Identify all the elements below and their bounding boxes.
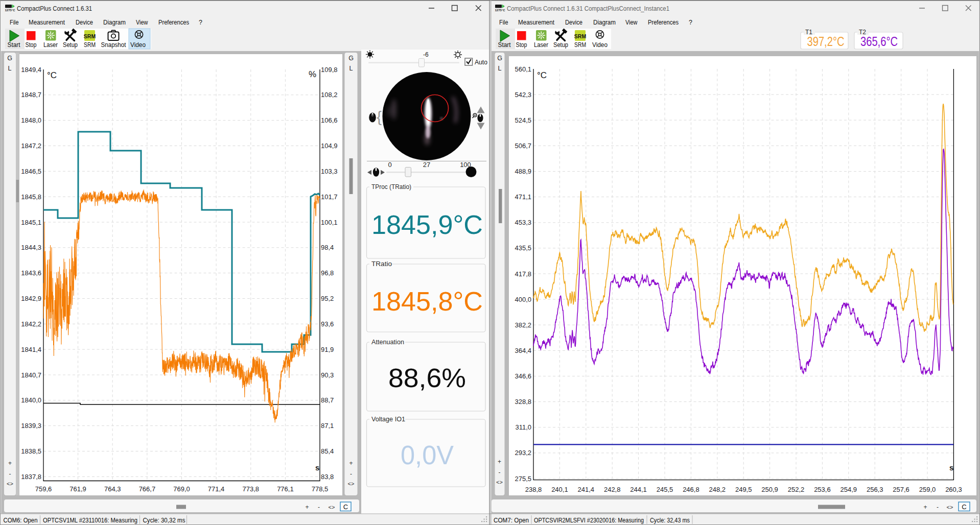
svg-text:778,5: 778,5 — [312, 485, 329, 493]
svg-text:s: s — [315, 463, 319, 472]
svg-text:0: 0 — [388, 161, 391, 169]
svg-text:SRM: SRM — [84, 41, 96, 49]
svg-text:254,9: 254,9 — [841, 486, 857, 493]
svg-text:87,1: 87,1 — [321, 422, 334, 429]
svg-text:Measurement: Measurement — [29, 19, 65, 26]
svg-text:91,9: 91,9 — [321, 346, 334, 353]
svg-text:471,1: 471,1 — [515, 193, 531, 201]
svg-text:1844,3: 1844,3 — [21, 244, 41, 251]
svg-text:COM7: Open: COM7: Open — [494, 516, 529, 524]
svg-text:TProc (TRatio): TProc (TRatio) — [371, 183, 411, 190]
svg-text:OPTCSVIR2MLSFVI #23020016: Mea: OPTCSVIR2MLSFVI #23020016: Measuring — [534, 516, 644, 524]
svg-text:{: { — [377, 108, 382, 125]
svg-text:View: View — [136, 19, 148, 26]
svg-text:417,8: 417,8 — [515, 270, 531, 278]
svg-text:1845,1: 1845,1 — [21, 219, 41, 226]
svg-text:Laser: Laser — [43, 41, 58, 49]
svg-text:759,6: 759,6 — [35, 485, 52, 493]
svg-text:1845,8: 1845,8 — [21, 193, 41, 201]
svg-text:Cycle: 30,32 ms: Cycle: 30,32 ms — [143, 516, 185, 524]
svg-text:766,7: 766,7 — [139, 485, 156, 493]
svg-text:Attenuation: Attenuation — [371, 339, 404, 346]
svg-text:488,9: 488,9 — [515, 168, 531, 175]
svg-text:Diagram: Diagram — [593, 19, 616, 26]
svg-text:1845,8°C: 1845,8°C — [371, 287, 483, 316]
svg-text:769,0: 769,0 — [173, 485, 190, 493]
svg-text:397,2°C: 397,2°C — [807, 34, 845, 49]
svg-text:°C: °C — [47, 70, 57, 80]
svg-text:+: + — [349, 460, 353, 467]
svg-text:C: C — [962, 503, 966, 511]
svg-text:1839,3: 1839,3 — [21, 422, 41, 429]
svg-text:Snapshot: Snapshot — [101, 41, 126, 49]
svg-text:Laser: Laser — [534, 41, 548, 49]
svg-text:108,2: 108,2 — [321, 91, 338, 99]
svg-text:<>: <> — [7, 481, 13, 487]
svg-text:1838,5: 1838,5 — [21, 447, 41, 455]
svg-text:27: 27 — [423, 161, 430, 169]
svg-text:1275°C: 1275°C — [5, 9, 16, 12]
svg-text:106,6: 106,6 — [321, 116, 338, 124]
svg-text:1848,0: 1848,0 — [21, 116, 41, 124]
svg-text:-: - — [9, 470, 11, 478]
svg-text:SRM: SRM — [574, 41, 586, 49]
svg-text:s: s — [949, 463, 953, 472]
svg-text:275,5: 275,5 — [515, 475, 531, 483]
svg-text:88,7: 88,7 — [321, 396, 334, 404]
svg-text:+: + — [498, 458, 501, 465]
svg-text:Diagram: Diagram — [103, 19, 126, 26]
svg-text:1848,7: 1848,7 — [21, 91, 41, 99]
svg-text:<>: <> — [947, 504, 953, 510]
svg-text:Start: Start — [498, 41, 511, 49]
svg-text:771,4: 771,4 — [208, 485, 225, 493]
svg-text:98,4: 98,4 — [321, 244, 334, 251]
svg-text:Stop: Stop — [26, 41, 37, 49]
svg-text:1849,4: 1849,4 — [21, 66, 41, 74]
svg-text:Voltage IO1: Voltage IO1 — [371, 416, 405, 423]
svg-text:764,3: 764,3 — [104, 485, 121, 493]
svg-text:1843,6: 1843,6 — [21, 269, 41, 277]
svg-text:L: L — [349, 65, 353, 72]
svg-text:-: - — [937, 504, 939, 511]
svg-text:257,6: 257,6 — [893, 486, 909, 493]
svg-text:%: % — [309, 69, 316, 79]
svg-text:Video: Video — [592, 41, 608, 49]
svg-text:346,6: 346,6 — [515, 372, 531, 380]
svg-text:View: View — [625, 19, 638, 26]
svg-text:OPTCSV1ML #23110016: Measuring: OPTCSV1ML #23110016: Measuring — [43, 516, 137, 524]
svg-text:1840,7: 1840,7 — [21, 371, 41, 379]
svg-text:93,6: 93,6 — [321, 320, 334, 328]
svg-text:250,9: 250,9 — [761, 486, 778, 493]
svg-text:761,9: 761,9 — [69, 485, 86, 493]
svg-text:104,9: 104,9 — [321, 142, 338, 150]
svg-text:260,3: 260,3 — [945, 486, 962, 493]
svg-text:G: G — [7, 55, 12, 62]
svg-text:83,8: 83,8 — [321, 473, 334, 481]
svg-text:L: L — [8, 65, 12, 72]
svg-text:?: ? — [199, 19, 202, 26]
svg-text:File: File — [499, 19, 508, 26]
svg-text:293,2: 293,2 — [515, 449, 531, 457]
svg-text:453,3: 453,3 — [515, 219, 531, 226]
svg-text:1842,2: 1842,2 — [21, 320, 41, 328]
svg-text:Preferences: Preferences — [158, 19, 189, 26]
svg-text:259,0: 259,0 — [919, 486, 936, 493]
svg-text:+: + — [305, 504, 309, 511]
svg-text:776,1: 776,1 — [277, 485, 294, 493]
svg-text:242,8: 242,8 — [604, 486, 621, 493]
svg-text:G: G — [497, 55, 502, 62]
svg-text:-: - — [318, 504, 320, 511]
svg-text:<>: <> — [329, 504, 335, 510]
svg-text:109,8: 109,8 — [321, 66, 338, 74]
svg-text:SRM: SRM — [574, 33, 587, 39]
svg-text:244,1: 244,1 — [630, 486, 647, 493]
svg-text:256,3: 256,3 — [867, 486, 883, 493]
svg-text:246,8: 246,8 — [683, 486, 699, 493]
svg-text:249,5: 249,5 — [735, 486, 752, 493]
svg-text:773,8: 773,8 — [243, 485, 260, 493]
svg-text:96,8: 96,8 — [321, 269, 334, 277]
svg-text:328,8: 328,8 — [515, 398, 531, 405]
svg-text:252,2: 252,2 — [788, 486, 805, 493]
svg-text:560,1: 560,1 — [515, 65, 531, 73]
svg-text:COM6: Open: COM6: Open — [4, 516, 38, 524]
